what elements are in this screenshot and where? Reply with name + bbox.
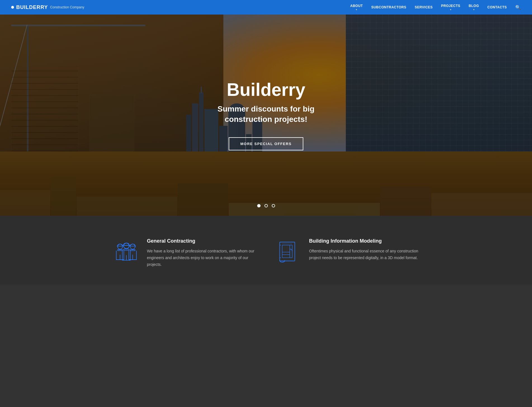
svg-point-6 xyxy=(130,244,135,249)
bim-icon-wrap xyxy=(275,238,302,266)
general-contracting-description: We have a long list of professional cont… xyxy=(147,248,258,268)
service-card-bim: Building Information Modeling Oftentimes… xyxy=(275,238,420,268)
nav-item-about[interactable]: ABOUT ▾ xyxy=(350,4,363,11)
nav-link-blog[interactable]: BLOG xyxy=(469,4,479,8)
nav-item-subcontractors[interactable]: SUBCONTRACTORS xyxy=(371,5,406,9)
chevron-down-icon: ▾ xyxy=(356,8,357,11)
nav-link-subcontractors[interactable]: SUBCONTRACTORS xyxy=(371,5,406,9)
brand-name: BUILDERRY xyxy=(16,4,48,10)
chevron-down-icon: ▾ xyxy=(473,8,474,11)
search-icon[interactable]: 🔍 xyxy=(515,5,521,10)
workers-icon xyxy=(114,240,139,265)
svg-rect-10 xyxy=(282,245,292,258)
bim-title: Building Information Modeling xyxy=(309,238,420,244)
general-contracting-icon-wrap xyxy=(112,238,140,266)
services-section: General Contracting We have a long list … xyxy=(0,216,532,285)
nav-link-services[interactable]: SERVICES xyxy=(415,5,432,9)
svg-rect-7 xyxy=(130,250,135,251)
nav-item-contacts[interactable]: CONTACTS xyxy=(487,5,507,9)
nav-link-projects[interactable]: PROJECTS xyxy=(441,4,460,8)
svg-point-0 xyxy=(117,244,122,249)
hero-title: Builderry xyxy=(227,80,305,100)
brand-tagline: Construction Company xyxy=(50,5,84,9)
general-contracting-title: General Contracting xyxy=(147,238,258,244)
nav-item-services[interactable]: SERVICES xyxy=(415,5,432,9)
bim-text: Building Information Modeling Oftentimes… xyxy=(309,238,420,261)
slider-dot-2[interactable] xyxy=(264,204,268,207)
brand-logo[interactable]: BUILDERRY Construction Company xyxy=(11,4,84,10)
slider-dots xyxy=(257,204,275,207)
navbar: BUILDERRY Construction Company ABOUT ▾ S… xyxy=(0,0,532,15)
service-card-general-contracting: General Contracting We have a long list … xyxy=(112,238,258,268)
hero-content: Builderry Summer discounts for big const… xyxy=(0,15,532,216)
svg-rect-1 xyxy=(117,250,122,251)
nav-link-about[interactable]: ABOUT xyxy=(350,4,363,8)
svg-rect-4 xyxy=(124,249,129,250)
blueprint-icon xyxy=(276,240,301,265)
chevron-down-icon: ▾ xyxy=(450,8,451,11)
more-special-offers-button[interactable]: MORE SPECIAL OFFERS xyxy=(229,137,304,150)
nav-item-blog[interactable]: BLOG ▾ xyxy=(469,4,479,11)
brand-dot-icon xyxy=(11,6,14,9)
hero-subtitle: Summer discounts for big construction pr… xyxy=(196,104,336,124)
nav-item-projects[interactable]: PROJECTS ▾ xyxy=(441,4,460,11)
slider-dot-3[interactable] xyxy=(272,204,275,207)
hero-section: Builderry Summer discounts for big const… xyxy=(0,15,532,216)
search-button[interactable]: 🔍 xyxy=(515,5,521,10)
nav-menu: ABOUT ▾ SUBCONTRACTORS SERVICES PROJECTS… xyxy=(350,4,521,11)
slider-dot-1[interactable] xyxy=(257,204,261,207)
bim-description: Oftentimes physical and functional essen… xyxy=(309,248,420,261)
nav-link-contacts[interactable]: CONTACTS xyxy=(487,5,507,9)
general-contracting-text: General Contracting We have a long list … xyxy=(147,238,258,268)
